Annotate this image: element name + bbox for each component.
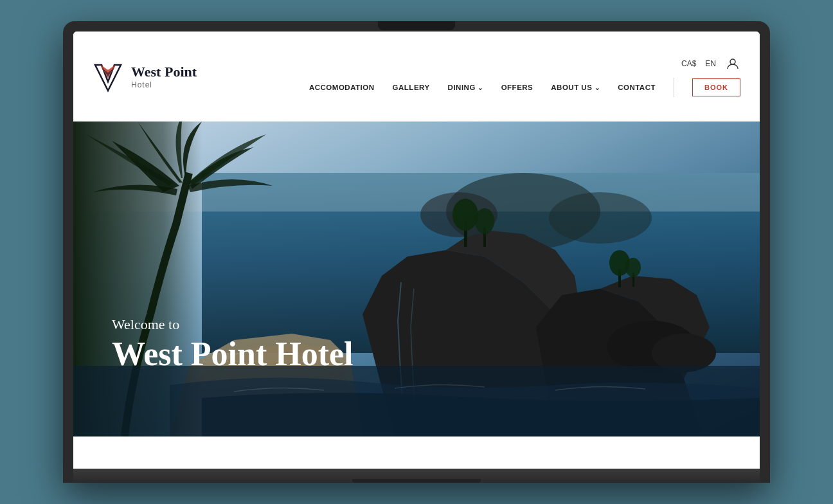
- user-icon[interactable]: [725, 56, 740, 71]
- book-button[interactable]: BOOK: [692, 78, 740, 96]
- hero-background-svg: [73, 122, 760, 437]
- logo-area: West Point Hotel: [93, 60, 197, 93]
- nav-about-us[interactable]: ABOUT US: [551, 84, 600, 91]
- svg-rect-21: [73, 366, 760, 437]
- hero-content: Welcome to West Point Hotel: [112, 316, 354, 372]
- svg-point-13: [452, 199, 478, 231]
- laptop-notch: [378, 21, 455, 30]
- welcome-text: Welcome to: [112, 316, 354, 333]
- language-button[interactable]: EN: [705, 59, 716, 68]
- nav-dining[interactable]: DINING: [448, 84, 483, 91]
- svg-point-15: [475, 208, 494, 234]
- header-right: CA$ EN ACCOMODATION GALLERY DINING OFFER…: [309, 56, 740, 97]
- laptop-base: [73, 469, 760, 483]
- logo-name: West Point: [131, 64, 197, 80]
- svg-point-3: [730, 59, 735, 64]
- nav-gallery[interactable]: GALLERY: [393, 84, 430, 91]
- top-bar: CA$ EN: [681, 56, 740, 71]
- laptop-shell: West Point Hotel CA$ EN: [63, 21, 770, 483]
- logo-text: West Point Hotel: [131, 64, 197, 89]
- svg-point-8: [549, 192, 652, 244]
- logo-icon: [93, 60, 123, 93]
- logo-sub: Hotel: [131, 80, 197, 89]
- nav-contact[interactable]: CONTACT: [618, 84, 656, 91]
- bottom-strip: [73, 437, 760, 469]
- hotel-name-hero: West Point Hotel: [112, 336, 354, 372]
- nav-divider: [674, 78, 674, 97]
- user-svg: [726, 57, 739, 70]
- main-nav: ACCOMODATION GALLERY DINING OFFERS ABOUT…: [309, 78, 740, 97]
- currency-button[interactable]: CA$: [681, 59, 696, 68]
- nav-accommodation[interactable]: ACCOMODATION: [309, 84, 375, 91]
- hero-section: Welcome to West Point Hotel: [73, 122, 760, 437]
- nav-offers[interactable]: OFFERS: [501, 84, 533, 91]
- site-header: West Point Hotel CA$ EN: [73, 32, 760, 122]
- svg-point-19: [625, 258, 641, 277]
- laptop-screen: West Point Hotel CA$ EN: [73, 32, 760, 469]
